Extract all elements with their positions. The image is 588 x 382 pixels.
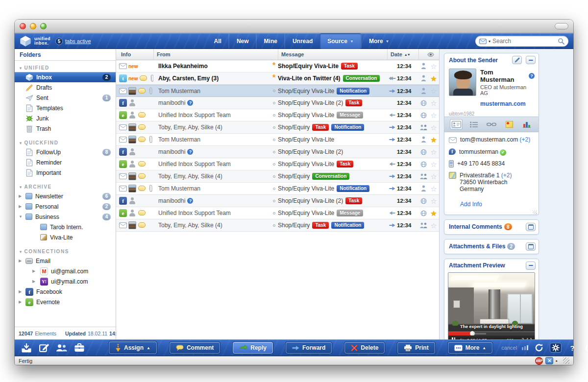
profile-help-icon[interactable]: ? xyxy=(187,149,193,155)
message-row[interactable]: e Unified Inbox Support Team Shop/Equiry… xyxy=(116,207,439,219)
star-toggle[interactable]: ☆ xyxy=(428,173,439,180)
sidebar-item-personal[interactable]: ▶ Personal 2 xyxy=(15,201,116,212)
column-header-watch[interactable] xyxy=(418,49,439,60)
sidebar-item-facebook[interactable]: ▶ f Facebook xyxy=(15,286,116,297)
star-toggle[interactable]: ☆ xyxy=(428,148,439,156)
column-header-date[interactable]: Date▲▼ xyxy=(387,49,418,60)
assign-button[interactable]: Assign▲ xyxy=(109,341,157,354)
message-row[interactable]: Tom Musterman Shop/Equiry Viva-Lite Noti… xyxy=(116,85,439,97)
message-row[interactable]: Tom Musterman Shop/Equiry Viva-Lite Noti… xyxy=(116,183,439,195)
briefcase-icon[interactable] xyxy=(74,343,85,352)
panel-resize-grip[interactable] xyxy=(533,211,537,214)
tab-unread[interactable]: Unread xyxy=(285,34,320,48)
star-toggle[interactable]: ☆ xyxy=(428,222,439,229)
tab-mine[interactable]: Mine xyxy=(256,34,285,48)
message-row[interactable]: e Unified Inbox Support Team Shop/Equiry… xyxy=(116,158,439,170)
video-quality[interactable]: 360p xyxy=(507,338,516,340)
sender-tab-chart[interactable] xyxy=(521,119,533,129)
message-row[interactable]: Toby, Emy, Aby, Silke (4) Shop/Equiry Ta… xyxy=(116,121,439,134)
forward-button[interactable]: Forward xyxy=(286,342,332,354)
message-row[interactable]: new Ilkka Pekanheimo * Shop/Equiry Viva-… xyxy=(116,60,439,72)
sidebar-item-viva-lite[interactable]: Viva-Lite xyxy=(15,232,116,242)
zoom-window-button[interactable] xyxy=(40,23,47,29)
column-header-from[interactable]: From xyxy=(153,49,278,60)
resize-player-icon[interactable] xyxy=(519,338,524,340)
sidebar-item-drafts[interactable]: Drafts xyxy=(15,82,116,93)
star-toggle[interactable]: ☆ xyxy=(428,124,439,131)
search-icon[interactable] xyxy=(558,38,564,45)
star-toggle[interactable]: ★ xyxy=(428,210,439,217)
sender-tab-listlines[interactable] xyxy=(468,119,480,129)
disclosure-triangle-icon[interactable]: ▼ xyxy=(19,215,24,219)
section-header-connections[interactable]: ▼CONNECTIONS xyxy=(15,247,116,256)
sender-tab-link[interactable] xyxy=(486,119,497,129)
search-box[interactable]: ▾ xyxy=(475,36,568,47)
settings-gear-button[interactable] xyxy=(550,343,562,353)
internal-comments-panel[interactable]: Internal Comments 8 xyxy=(444,219,539,235)
pause-button[interactable] xyxy=(451,337,456,339)
disclosure-triangle-icon[interactable]: ▶ xyxy=(19,289,24,294)
star-toggle[interactable]: ☆ xyxy=(428,87,439,95)
sender-tab-vcard[interactable] xyxy=(450,119,462,129)
message-row[interactable]: f manibodhi? Shop/Equiry Viva-Lite (2) T… xyxy=(116,195,439,207)
attachments-panel[interactable]: Attachments & Files 2 xyxy=(444,239,539,254)
archive-toolbar-button[interactable] xyxy=(21,343,32,353)
sidebar-item-email[interactable]: ▶ Email xyxy=(15,256,116,266)
sidebar-item-inbox[interactable]: Inbox 2 xyxy=(15,72,116,82)
window-resize-grip[interactable] xyxy=(563,358,569,364)
disclosure-triangle-icon[interactable]: ▶ xyxy=(19,300,24,304)
section-header-quickfind[interactable]: ▼QUICKFIND xyxy=(15,139,116,147)
sender-detail-tom-musterman-com[interactable]: tom@musterman.com (+2) xyxy=(449,136,535,144)
tab-new[interactable]: New xyxy=(229,34,256,48)
sidebar-item-business[interactable]: ▼ Business 4 xyxy=(15,212,116,222)
minimize-preview-button[interactable] xyxy=(526,262,536,270)
edit-sender-button[interactable] xyxy=(512,56,522,64)
sidebar-item-followup[interactable]: FollowUp 8 xyxy=(15,147,116,157)
disclosure-triangle-icon[interactable]: ▶ xyxy=(19,194,24,198)
message-row[interactable]: Toby, Emy, Aby, Silke (4) Shop/Equiry Co… xyxy=(116,170,439,183)
star-toggle[interactable]: ☆ xyxy=(428,99,439,107)
sender-tab-note[interactable] xyxy=(503,119,515,129)
star-toggle[interactable]: ☆ xyxy=(428,112,439,119)
sender-detail-privatestra-e-1[interactable]: Privatestraße 1 (+2)73650 WinterbachGerm… xyxy=(449,172,535,192)
more-button[interactable]: More▲ xyxy=(448,342,493,354)
volume-icon[interactable] xyxy=(459,338,464,340)
star-toggle[interactable]: ☆ xyxy=(428,197,439,205)
window-titlebar[interactable] xyxy=(15,20,573,33)
sidebar-item-evernote[interactable]: ▶ e Evernote xyxy=(15,297,116,307)
extension-menu-arrow[interactable]: ▸ xyxy=(556,359,558,363)
briefcase-toolbar-button[interactable] xyxy=(74,343,85,353)
sort-arrows-icon[interactable]: ▲▼ xyxy=(404,53,410,56)
video-player[interactable]: The expert in daylight lighting 0:23 / 1… xyxy=(448,272,535,340)
disclosure-triangle-icon[interactable]: ▶ xyxy=(32,279,37,284)
compose-toolbar-button[interactable] xyxy=(38,343,50,353)
column-header-message[interactable]: Message xyxy=(278,49,387,60)
section-header-archive[interactable]: ▼ARCHIVE xyxy=(15,183,116,191)
message-row[interactable]: Toby, Emy, Aby, Silke (4) Shop/Equiry Ta… xyxy=(116,219,439,232)
minimize-panel-button[interactable] xyxy=(526,56,536,64)
close-window-button[interactable] xyxy=(20,23,26,29)
sidebar-item-trash[interactable]: Trash xyxy=(15,123,116,134)
star-toggle[interactable]: ★ xyxy=(428,75,439,82)
tab-source[interactable]: Source▼ xyxy=(320,34,361,48)
reply-button[interactable]: Reply xyxy=(233,342,273,354)
profile-help-icon[interactable]: ? xyxy=(187,198,193,204)
sidebar-item-newsletter[interactable]: ▶ Newsletter 6 xyxy=(15,191,116,201)
column-header-info[interactable]: Info xyxy=(116,49,153,60)
sender-detail-tommusterman[interactable]: f tommusterman ✓ xyxy=(449,148,535,156)
message-row[interactable]: tnew Aby, Carsten, Emy (3) * Viva-Lite o… xyxy=(116,72,439,85)
star-toggle[interactable]: ☆ xyxy=(428,161,439,168)
contacts-icon[interactable] xyxy=(56,344,68,352)
section-header-unified[interactable]: ▼UNIFIED xyxy=(15,64,116,72)
star-toggle[interactable]: ☆ xyxy=(428,63,439,70)
search-input[interactable] xyxy=(492,38,556,45)
message-row[interactable]: e Unified Inbox Support Team Shop/Equiry… xyxy=(116,109,439,121)
refresh-button[interactable] xyxy=(533,343,545,353)
disclosure-triangle-icon[interactable]: ▶ xyxy=(19,259,24,263)
message-row[interactable]: Tom Musterman Shop/Equiry Viva-Lite 12:3… xyxy=(116,134,439,146)
sidebar-item-ui-ymail-com[interactable]: ▶ Y! ui@ymail.com xyxy=(15,276,116,286)
sidebar-item-templates[interactable]: Templates xyxy=(15,103,116,113)
fullscreen-icon[interactable] xyxy=(527,338,532,340)
adblock-icon[interactable]: ABP xyxy=(535,357,543,365)
sidebar-item-tarob-intern[interactable]: Tarob Intern. xyxy=(15,222,116,232)
